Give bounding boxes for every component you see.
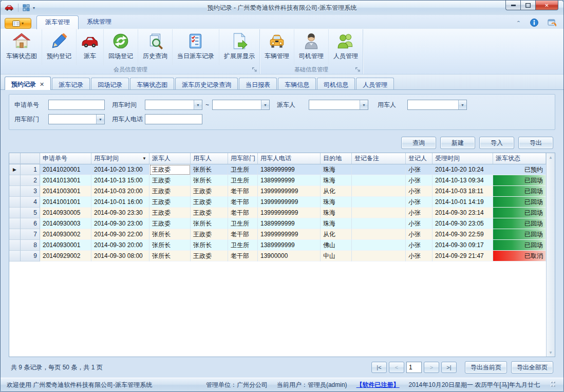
table-cell[interactable] — [352, 164, 406, 175]
ribbon-button-当日派车记录[interactable]: 当日派车记录 — [173, 29, 219, 65]
dropdown-arrow-icon[interactable]: ▼ — [458, 100, 466, 109]
table-cell[interactable]: 王政委 — [149, 175, 191, 186]
column-header-目的地[interactable]: 目的地 — [321, 153, 352, 164]
dialog-launcher-icon[interactable] — [355, 67, 361, 72]
table-cell[interactable]: 卫生所 — [228, 240, 258, 251]
table-scrollbar[interactable]: ▲ ▼ — [546, 153, 555, 357]
table-cell[interactable]: 2014-10-01 14:19 — [433, 197, 493, 208]
status-badge[interactable]: 已回场 — [493, 175, 546, 186]
last-page-button[interactable]: >| — [441, 362, 457, 373]
table-cell[interactable]: 王政委 — [149, 218, 191, 229]
ribbon-button-扩展屏显示[interactable]: 扩展屏显示 — [219, 29, 259, 65]
table-cell[interactable]: 卫生所 — [228, 175, 258, 186]
first-page-button[interactable]: |< — [371, 362, 387, 373]
doc-tab-人员管理[interactable]: 人员管理 — [356, 78, 394, 89]
doc-tab-当日报表[interactable]: 当日报表 — [239, 78, 277, 89]
table-cell[interactable]: 王政委 — [191, 229, 228, 240]
next-page-button[interactable]: > — [424, 362, 439, 373]
ribbon-button-司机管理[interactable]: 司机管理 — [294, 29, 329, 65]
ribbon-button-历史查询[interactable]: 历史查询 — [138, 29, 173, 65]
table-cell[interactable]: 2014-10-03 18:11 — [433, 186, 493, 197]
table-cell[interactable]: 老干部 — [228, 251, 258, 262]
table-cell[interactable]: 13999999999 — [258, 186, 321, 197]
table-row[interactable]: 5201409300052014-09-30 23:30王政委王政委老干部139… — [9, 208, 546, 218]
export-all-pages-button[interactable]: 导出全部页 — [511, 361, 553, 374]
table-row[interactable]: ▶1201410200012014-10-20 13:00王政委张所长卫生所13… — [9, 164, 546, 175]
table-cell[interactable] — [352, 175, 406, 186]
table-cell[interactable]: 2014-09-30 23:00 — [91, 218, 149, 229]
dropdown-arrow-icon[interactable]: ▼ — [96, 115, 104, 124]
use-time-to-combo[interactable]: ▼ — [212, 100, 270, 110]
doc-tab-车辆状态图[interactable]: 车辆状态图 — [130, 78, 174, 89]
export-current-page-button[interactable]: 导出当前页 — [465, 361, 507, 374]
ribbon-button-预约登记[interactable]: 预约登记 — [42, 29, 77, 65]
table-cell[interactable]: 珠海 — [321, 164, 352, 175]
table-cell[interactable]: 20141001001 — [40, 197, 91, 208]
table-cell[interactable] — [352, 229, 406, 240]
table-cell[interactable]: 1389999999 — [258, 175, 321, 186]
table-cell[interactable]: 1389999999 — [258, 240, 321, 251]
phone-input[interactable] — [145, 114, 202, 124]
table-cell[interactable]: 小张 — [406, 197, 433, 208]
ribbon-button-车辆管理[interactable]: 车辆管理 — [260, 29, 294, 65]
ribbon-button-车辆状态图[interactable]: 车辆状态图 — [2, 29, 42, 65]
table-cell[interactable]: 王政委 — [149, 186, 191, 197]
table-cell[interactable]: 从化 — [321, 186, 352, 197]
table-cell[interactable]: 卫生所 — [228, 218, 258, 229]
table-cell[interactable]: 2014-10-20 13:00 — [91, 164, 149, 175]
table-cell[interactable]: 老干部 — [228, 197, 258, 208]
table-cell[interactable]: 小张 — [406, 240, 433, 251]
table-cell[interactable]: 张所长 — [191, 218, 228, 229]
table-cell[interactable]: 老干部 — [228, 229, 258, 240]
dropdown-arrow-icon[interactable]: ▼ — [194, 100, 202, 109]
table-cell[interactable]: 20140930002 — [40, 229, 91, 240]
doc-tab-回场记录[interactable]: 回场记录 — [91, 78, 129, 89]
table-cell[interactable]: 珠海 — [321, 208, 352, 218]
table-cell[interactable]: 张所长 — [191, 175, 228, 186]
table-row[interactable]: 3201410030012014-10-03 20:00王政委王政委老干部139… — [9, 186, 546, 197]
column-header-用车人[interactable]: 用车人 — [191, 153, 228, 164]
license-link[interactable]: 【软件已注册】 — [356, 381, 400, 389]
tab-close-icon[interactable]: ✕ — [40, 81, 44, 88]
table-cell[interactable]: 20141013001 — [40, 175, 91, 186]
column-header-受理时间[interactable]: 受理时间 — [433, 153, 493, 164]
table-cell[interactable]: 小张 — [406, 229, 433, 240]
dropdown-arrow-icon[interactable]: ▼ — [360, 100, 368, 109]
table-cell[interactable]: 2014-09-30 23:05 — [433, 218, 493, 229]
column-header-用车时间[interactable]: 用车时间▼ — [91, 153, 149, 164]
maximize-button[interactable] — [520, 1, 535, 10]
column-header-登记备注[interactable]: 登记备注 — [352, 153, 406, 164]
table-cell[interactable]: 王政委 — [191, 197, 228, 208]
action-button-导入[interactable]: 导入 — [479, 137, 514, 149]
table-cell[interactable]: 1389999999 — [258, 164, 321, 175]
ribbon-tab-系统管理[interactable]: 系统管理 — [79, 15, 120, 29]
table-cell[interactable]: 2014-09-30 20:00 — [91, 240, 149, 251]
status-badge[interactable]: 已回场 — [493, 240, 546, 251]
status-badge[interactable]: 已回场 — [493, 229, 546, 240]
table-cell[interactable]: 张所长 — [149, 240, 191, 251]
ribbon-collapse-icon[interactable]: ⌃ — [516, 20, 521, 25]
table-cell[interactable]: 1389999999 — [258, 218, 321, 229]
table-cell[interactable]: 张所长 — [191, 164, 228, 175]
table-row[interactable]: 4201410010012014-10-01 16:00王政委王政委老干部139… — [9, 197, 546, 208]
status-badge[interactable]: 已预约 — [493, 164, 546, 175]
table-cell[interactable]: 2014-09-30 23:14 — [433, 208, 493, 218]
table-cell[interactable]: 13999999999 — [258, 229, 321, 240]
table-cell[interactable] — [352, 186, 406, 197]
quick-access-layout-icon[interactable] — [23, 4, 30, 11]
use-time-from-combo[interactable]: ▼ — [145, 100, 202, 110]
status-badge[interactable]: 已回场 — [493, 186, 546, 197]
table-row[interactable]: 2201410130012014-10-13 15:00王政委张所长卫生所138… — [9, 175, 546, 186]
table-cell[interactable]: 张所长 — [191, 240, 228, 251]
minimize-button[interactable] — [505, 1, 520, 10]
doc-tab-司机信息[interactable]: 司机信息 — [317, 78, 355, 89]
table-cell[interactable]: 13999999999 — [258, 197, 321, 208]
page-number-input[interactable] — [406, 362, 422, 373]
table-cell[interactable]: 13900000 — [258, 251, 321, 262]
column-header-用车部门[interactable]: 用车部门 — [228, 153, 258, 164]
table-cell[interactable]: 2014-10-03 20:00 — [91, 186, 149, 197]
table-cell[interactable]: 中山 — [321, 251, 352, 262]
doc-tab-派车记录[interactable]: 派车记录 — [52, 78, 90, 89]
table-cell[interactable] — [352, 208, 406, 218]
info-icon[interactable] — [530, 18, 538, 27]
